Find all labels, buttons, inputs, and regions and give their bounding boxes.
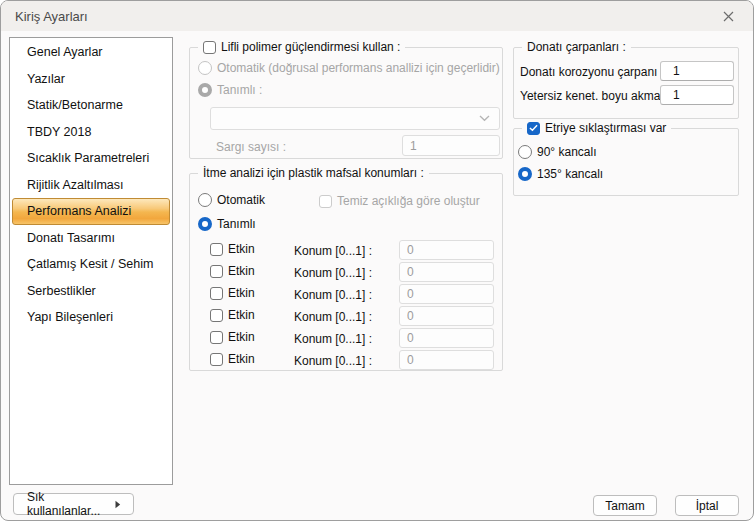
hinge-row-5: Etkin <box>210 330 255 344</box>
etkin-label: Etkin <box>228 264 255 278</box>
etkin-checkbox[interactable] <box>210 353 223 366</box>
sidebar-item-yazilar[interactable]: Yazılar <box>12 66 170 93</box>
kancali-135-radio-row[interactable]: 135° kancalı <box>518 167 603 181</box>
kancali-90-label: 90° kancalı <box>537 145 597 159</box>
kancali-135-label: 135° kancalı <box>537 167 603 181</box>
konum-input-3[interactable] <box>399 284 494 304</box>
settings-nav-sidebar: Genel Ayarlar Yazılar Statik/Betonarme T… <box>9 37 173 485</box>
konum-input-1[interactable] <box>399 240 494 260</box>
sidebar-item-catlamis-kesit-sehim[interactable]: Çatlamış Kesit / Sehim <box>12 251 170 278</box>
kenet-boyu-input[interactable] <box>660 85 734 105</box>
chevron-down-icon <box>479 115 490 122</box>
window-title: Kiriş Ayarları <box>15 9 88 24</box>
sidebar-item-donati-tasarimi[interactable]: Donatı Tasarımı <box>12 225 170 252</box>
hinge-row-6: Etkin <box>210 352 255 366</box>
cancel-button[interactable]: İptal <box>675 495 739 516</box>
favorites-button[interactable]: Sık kullanılanlar... <box>13 493 134 515</box>
sidebar-item-genel-ayarlar[interactable]: Genel Ayarlar <box>12 39 170 66</box>
temiz-aciklik-label: Temiz açıklığa göre oluştur <box>337 194 480 208</box>
etriye-label: Etriye sıklaştırması var <box>545 121 666 135</box>
frp-use-label: Lifli polimer güçlendirmesi kullan : <box>221 40 400 54</box>
close-icon <box>723 11 734 22</box>
group-donati-carpanlari: Donatı çarpanları : Donatı korozyonu çar… <box>513 47 739 119</box>
etkin-checkbox[interactable] <box>210 243 223 256</box>
group-etriye: Etriye sıklaştırması var 90° kancalı 135… <box>513 128 739 196</box>
sargi-sayisi-input[interactable] <box>402 135 500 156</box>
konum-label: Konum [0...1] : <box>294 266 372 280</box>
konum-label: Konum [0...1] : <box>294 332 372 346</box>
sidebar-item-rijitlik-azaltilmasi[interactable]: Rijitlik Azaltılması <box>12 172 170 199</box>
hinge-otomatik-radio-row[interactable]: Otomatik <box>198 193 265 207</box>
frp-material-dropdown[interactable] <box>210 107 500 130</box>
close-button[interactable] <box>713 4 743 28</box>
sidebar-item-yapi-bilesenleri[interactable]: Yapı Bileşenleri <box>12 304 170 331</box>
hinge-group-title: İtme analizi için plastik mafsal konumla… <box>198 166 429 180</box>
hinge-tanimli-label: Tanımlı <box>217 217 256 231</box>
frp-tanimli-label: Tanımlı : <box>217 83 262 97</box>
korozyon-carpani-label: Donatı korozyonu çarpanı : <box>520 65 664 79</box>
frp-otomatik-radio-row[interactable]: Otomatik (doğrusal performans anallizi i… <box>198 61 500 75</box>
kenet-boyu-label: Yetersiz kenet. boyu akma <box>520 89 660 103</box>
kancali-90-radio-row[interactable]: 90° kancalı <box>518 145 597 159</box>
frp-otomatik-radio[interactable] <box>198 61 212 75</box>
konum-label: Konum [0...1] : <box>294 244 372 258</box>
etriye-checkbox[interactable] <box>527 122 540 135</box>
hinge-row-1: Etkin <box>210 242 255 256</box>
kancali-90-radio[interactable] <box>518 145 532 159</box>
ok-label: Tamam <box>605 499 644 513</box>
konum-label: Konum [0...1] : <box>294 310 372 324</box>
arrow-right-icon <box>115 500 121 509</box>
etkin-checkbox[interactable] <box>210 265 223 278</box>
hinge-row-3: Etkin <box>210 286 255 300</box>
sidebar-item-statik-betonarme[interactable]: Statik/Betonarme <box>12 92 170 119</box>
favorites-label: Sık kullanılanlar... <box>27 490 115 518</box>
cancel-label: İptal <box>696 499 719 513</box>
group-frp: Lifli polimer güçlendirmesi kullan : Oto… <box>189 47 503 159</box>
etkin-label: Etkin <box>228 308 255 322</box>
konum-input-5[interactable] <box>399 328 494 348</box>
konum-label: Konum [0...1] : <box>294 288 372 302</box>
sidebar-item-performans-analizi[interactable]: Performans Analizi <box>12 198 170 225</box>
frp-tanimli-radio[interactable] <box>198 83 212 97</box>
sargi-sayisi-label: Sargı sayısı : <box>216 140 286 154</box>
temiz-aciklik-checkbox-row[interactable]: Temiz açıklığa göre oluştur <box>319 194 480 208</box>
hinge-tanimli-radio-row[interactable]: Tanımlı <box>198 217 256 231</box>
frp-use-checkbox[interactable] <box>203 41 216 54</box>
etkin-label: Etkin <box>228 352 255 366</box>
temiz-aciklik-checkbox[interactable] <box>319 195 332 208</box>
etkin-checkbox[interactable] <box>210 287 223 300</box>
frp-tanimli-radio-row[interactable]: Tanımlı : <box>198 83 262 97</box>
etkin-label: Etkin <box>228 242 255 256</box>
check-icon <box>529 124 538 132</box>
etkin-label: Etkin <box>228 286 255 300</box>
title-bar: Kiriş Ayarları <box>1 1 753 31</box>
hinge-otomatik-label: Otomatik <box>217 193 265 207</box>
konum-label: Konum [0...1] : <box>294 354 372 368</box>
frp-use-checkbox-row[interactable]: Lifli polimer güçlendirmesi kullan : <box>198 40 405 54</box>
hinge-tanimli-radio[interactable] <box>198 217 212 231</box>
korozyon-carpani-input[interactable] <box>660 61 734 81</box>
hinge-row-4: Etkin <box>210 308 255 322</box>
hinge-otomatik-radio[interactable] <box>198 193 212 207</box>
group-plastic-hinge: İtme analizi için plastik mafsal konumla… <box>189 173 503 371</box>
sidebar-item-tbdy-2018[interactable]: TBDY 2018 <box>12 119 170 146</box>
konum-input-6[interactable] <box>399 350 494 370</box>
hinge-row-2: Etkin <box>210 264 255 278</box>
etkin-label: Etkin <box>228 330 255 344</box>
etkin-checkbox[interactable] <box>210 309 223 322</box>
frp-otomatik-label: Otomatik (doğrusal performans anallizi i… <box>217 61 500 75</box>
sidebar-item-sicaklik-parametreleri[interactable]: Sıcaklık Parametreleri <box>12 145 170 172</box>
ok-button[interactable]: Tamam <box>593 495 657 516</box>
konum-input-2[interactable] <box>399 262 494 282</box>
etriye-checkbox-row[interactable]: Etriye sıklaştırması var <box>522 121 671 135</box>
konum-input-4[interactable] <box>399 306 494 326</box>
sidebar-item-serbestlikler[interactable]: Serbestlikler <box>12 278 170 305</box>
etkin-checkbox[interactable] <box>210 331 223 344</box>
beam-settings-dialog: Kiriş Ayarları Genel Ayarlar Yazılar Sta… <box>0 0 754 521</box>
kancali-135-radio[interactable] <box>518 167 532 181</box>
carpan-group-title: Donatı çarpanları : <box>522 40 631 54</box>
